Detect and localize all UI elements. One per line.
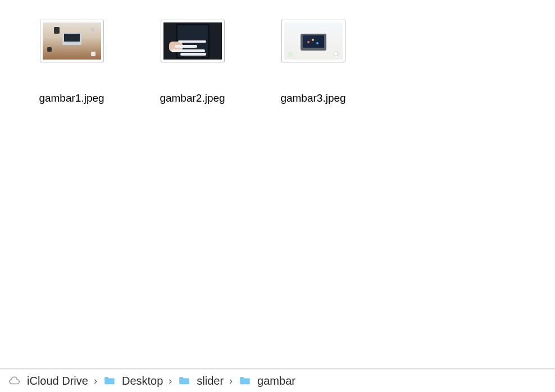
file-name[interactable]: gambar3.jpeg	[280, 92, 345, 105]
file-thumbnail-frame[interactable]	[280, 16, 347, 66]
thumbnail-image	[43, 22, 101, 60]
file-thumbnail	[281, 20, 345, 62]
file-grid[interactable]: gambar1.jpeg gambar2.jpeg	[0, 0, 555, 369]
file-item[interactable]: gambar2.jpeg	[132, 16, 253, 105]
folder-icon	[103, 374, 116, 388]
file-thumbnail	[40, 20, 104, 62]
file-thumbnail	[161, 20, 225, 62]
thumbnail-image	[284, 22, 343, 60]
path-separator-icon: ›	[93, 375, 98, 387]
path-label: Desktop	[122, 375, 163, 386]
path-label: gambar	[257, 375, 295, 386]
thumbnail-image	[163, 22, 222, 60]
file-thumbnail-frame[interactable]	[159, 16, 226, 66]
path-label: slider	[197, 375, 224, 386]
path-separator-icon: ›	[228, 375, 234, 387]
path-bar: iCloud Drive › Desktop › slider › g	[0, 369, 555, 392]
folder-icon	[238, 374, 252, 388]
path-segment-desktop[interactable]: Desktop	[103, 374, 163, 388]
path-segment-slider[interactable]: slider	[178, 374, 224, 388]
path-segment-icloud[interactable]: iCloud Drive	[8, 374, 88, 388]
path-segment-gambar[interactable]: gambar	[238, 374, 295, 388]
file-thumbnail-frame[interactable]	[38, 16, 106, 66]
file-name[interactable]: gambar1.jpeg	[39, 92, 104, 105]
folder-icon	[178, 374, 191, 388]
file-item[interactable]: gambar3.jpeg	[253, 16, 374, 105]
file-item[interactable]: gambar1.jpeg	[11, 16, 132, 105]
path-separator-icon: ›	[167, 375, 173, 387]
file-name[interactable]: gambar2.jpeg	[160, 92, 225, 105]
path-label: iCloud Drive	[27, 375, 88, 386]
cloud-icon	[8, 374, 21, 388]
